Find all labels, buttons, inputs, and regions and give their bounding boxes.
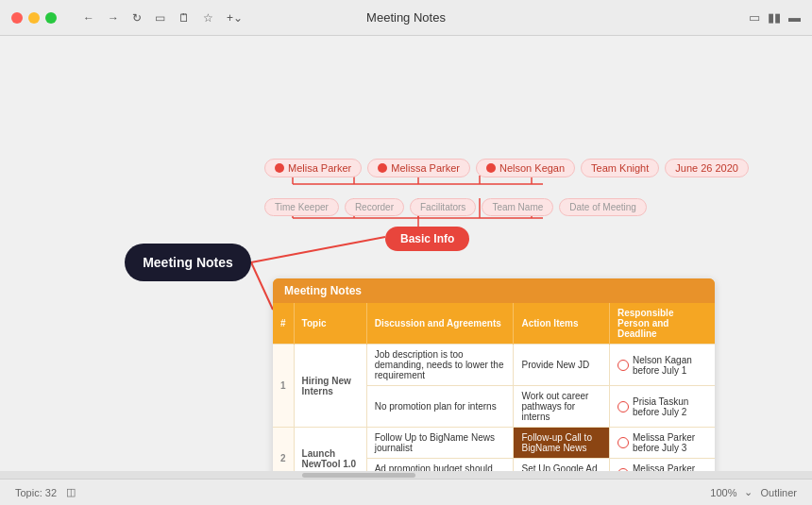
table-header-row: # Topic Discussion and Agreements Action… (273, 303, 715, 345)
meeting-table: Meeting Notes # Topic Discussion and Agr… (273, 278, 715, 489)
person-icon (486, 163, 496, 173)
tag-melisa-parker[interactable]: Melisa Parker (264, 159, 362, 177)
forward-button[interactable]: → (104, 9, 123, 26)
col-topic: Topic (294, 303, 366, 345)
table-title: Meeting Notes (273, 278, 715, 303)
sidebar-icon[interactable]: ▬ (788, 10, 801, 25)
person-icon (617, 401, 629, 412)
person-icon (617, 360, 629, 371)
tag-melissa-parker[interactable]: Melissa Parker (367, 159, 470, 177)
tags-row-2: Time Keeper Recorder Facilitators Team N… (264, 198, 647, 216)
tag-nelson-kegan[interactable]: Nelson Kegan (476, 159, 575, 177)
notes-table: # Topic Discussion and Agreements Action… (273, 303, 715, 489)
col-responsible: Responsible Person and Deadline (609, 303, 715, 345)
row-topic-1: Hiring New Interns (294, 345, 366, 428)
scrollbar-thumb[interactable] (302, 473, 415, 478)
label-recorder[interactable]: Recorder (345, 198, 404, 216)
maximize-button[interactable] (45, 12, 57, 24)
status-right: 100% ⌄ Outliner (710, 486, 797, 498)
row-responsible-1a: Nelson Kagan before July 1 (609, 345, 715, 386)
person-icon (275, 163, 284, 173)
expand-icon[interactable]: ▭ (749, 10, 760, 25)
zoom-level[interactable]: 100% (710, 487, 736, 498)
app-name: Outliner (760, 487, 797, 498)
label-facilitators[interactable]: Facilitators (410, 198, 476, 216)
row-responsible-2a: Melissa Parker before July 3 (609, 428, 715, 459)
horizontal-scrollbar[interactable] (0, 471, 812, 479)
close-button[interactable] (11, 12, 23, 24)
col-action: Action Items (514, 303, 610, 345)
svg-line-15 (251, 262, 273, 310)
topic-count: Topic: 32 (15, 487, 57, 498)
label-team-name[interactable]: Team Name (482, 198, 553, 216)
center-node[interactable]: Meeting Notes (125, 244, 251, 281)
row-discussion-1b: No promotion plan for interns (366, 386, 514, 428)
basic-info-node[interactable]: Basic Info (385, 227, 469, 251)
table-row: 1 Hiring New Interns Job description is … (273, 345, 715, 386)
note-button[interactable]: 🗒 (175, 9, 194, 26)
add-button[interactable]: +⌄ (223, 9, 246, 26)
window-controls: ▭ ▮▮ ▬ (749, 10, 801, 25)
star-button[interactable]: ☆ (199, 9, 217, 26)
label-date-of-meeting[interactable]: Date of Meeting (559, 198, 647, 216)
zoom-icon: ⌄ (744, 486, 753, 498)
col-discussion: Discussion and Agreements (366, 303, 514, 345)
minimize-button[interactable] (28, 12, 40, 24)
row-action-1a: Provide New JD (514, 345, 610, 386)
row-discussion-1a: Job description is too demanding, needs … (366, 345, 514, 386)
row-action-1b: Work out career pathways for interns (514, 386, 610, 428)
tag-team-knight[interactable]: Team Knight (581, 159, 659, 177)
row-responsible-1b: Prisia Taskun before July 2 (609, 386, 715, 428)
tag-date[interactable]: June 26 2020 (665, 159, 749, 177)
title-bar: ← → ↻ ▭ 🗒 ☆ +⌄ Meeting Notes ▭ ▮▮ ▬ (0, 0, 812, 36)
table-row: 2 Launch NewTool 1.0 Follow Up to BigNam… (273, 428, 715, 459)
row-discussion-2a: Follow Up to BigName News journalist (366, 428, 514, 459)
row-num-1: 1 (273, 345, 294, 428)
traffic-lights (11, 12, 57, 24)
back-button[interactable]: ← (79, 9, 98, 26)
label-time-keeper[interactable]: Time Keeper (264, 198, 339, 216)
col-num: # (273, 303, 294, 345)
video-icon[interactable]: ▮▮ (768, 10, 781, 25)
person-icon (378, 163, 387, 173)
window-title: Meeting Notes (366, 10, 446, 25)
split-button[interactable]: ▭ (151, 9, 169, 26)
person-icon (617, 437, 629, 448)
refresh-button[interactable]: ↻ (128, 9, 145, 26)
tags-row-1: Melisa Parker Melissa Parker Nelson Kega… (264, 159, 749, 177)
layout-icon: ◫ (66, 486, 76, 498)
status-bar: Topic: 32 ◫ 100% ⌄ Outliner (0, 479, 812, 505)
nav-controls: ← → ↻ ▭ 🗒 ☆ +⌄ (79, 9, 246, 26)
canvas: Melisa Parker Melissa Parker Nelson Kega… (0, 36, 812, 505)
row-action-2a[interactable]: Follow-up Call to BigName News (514, 428, 610, 459)
svg-line-0 (251, 237, 385, 262)
